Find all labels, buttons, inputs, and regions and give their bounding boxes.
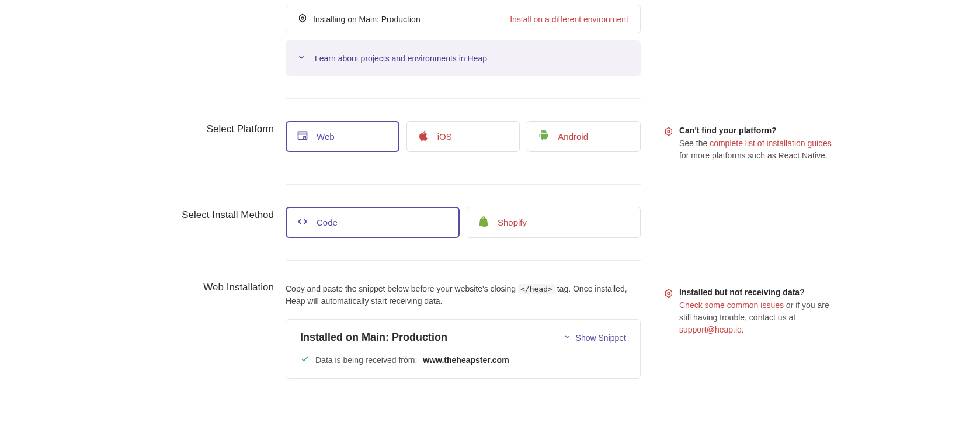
svg-point-6 xyxy=(668,130,670,133)
learn-panel-label: Learn about projects and environments in… xyxy=(315,54,487,63)
tip-end-text: . xyxy=(742,325,744,334)
svg-point-8 xyxy=(668,292,670,295)
platform-label-web: Web xyxy=(317,132,335,141)
chevron-down-icon xyxy=(564,333,571,343)
section-label-installation: Web Installation xyxy=(157,282,274,293)
platform-tile-web[interactable]: Web xyxy=(286,121,399,152)
check-icon xyxy=(300,354,310,365)
apple-icon xyxy=(418,130,429,143)
svg-point-1 xyxy=(301,17,304,19)
installation-description: Copy and paste the snippet below before … xyxy=(286,283,641,307)
method-tile-shopify[interactable]: Shopify xyxy=(467,207,641,238)
show-snippet-toggle[interactable]: Show Snippet xyxy=(564,333,626,343)
change-environment-link[interactable]: Install on a different environment xyxy=(510,15,628,24)
desc-prefix: Copy and paste the snippet below before … xyxy=(286,284,518,293)
platform-tile-android[interactable]: Android xyxy=(527,121,641,152)
learn-panel[interactable]: Learn about projects and environments in… xyxy=(286,40,641,76)
shopify-icon xyxy=(478,216,489,229)
svg-marker-7 xyxy=(666,289,672,297)
installation-tip-title: Installed but not receiving data? xyxy=(679,288,839,297)
environment-text: Installing on Main: Production xyxy=(313,15,421,24)
installation-guides-link[interactable]: complete list of installation guides xyxy=(710,139,832,148)
method-tile-code[interactable]: Code xyxy=(286,207,460,238)
section-label-method: Select Install Method xyxy=(157,209,274,221)
environment-info-bar: Installing on Main: Production Install o… xyxy=(286,5,641,33)
platform-tile-ios[interactable]: iOS xyxy=(406,121,520,152)
support-email-link[interactable]: support@heap.io xyxy=(679,325,742,334)
platform-tip-suffix: for more platforms such as React Native. xyxy=(679,151,828,160)
svg-marker-0 xyxy=(300,14,306,22)
settings-icon xyxy=(298,13,307,25)
platform-tip-title: Can't find your platform? xyxy=(679,126,839,135)
installation-tip: Installed but not receiving data? Check … xyxy=(664,283,839,336)
data-received-url: www.theheapster.com xyxy=(423,355,509,365)
show-snippet-label: Show Snippet xyxy=(576,333,626,343)
platform-label-ios: iOS xyxy=(437,132,452,141)
svg-marker-5 xyxy=(666,127,672,135)
common-issues-link[interactable]: Check some common issues xyxy=(679,300,784,310)
platform-tip-prefix: See the xyxy=(679,139,710,148)
code-icon xyxy=(297,216,308,229)
platform-label-android: Android xyxy=(558,132,588,141)
data-received-label: Data is being received from: xyxy=(315,355,417,365)
tip-icon xyxy=(664,127,673,162)
snippet-title: Installed on Main: Production xyxy=(300,331,447,344)
web-icon xyxy=(297,130,308,143)
head-tag-code: </head> xyxy=(518,284,555,294)
section-label-platform: Select Platform xyxy=(157,123,274,135)
tip-icon xyxy=(664,289,673,336)
android-icon xyxy=(538,130,550,143)
method-label-code: Code xyxy=(317,217,338,227)
platform-tip: Can't find your platform? See the comple… xyxy=(664,121,839,162)
chevron-down-icon xyxy=(297,53,305,63)
method-label-shopify: Shopify xyxy=(498,217,527,227)
snippet-box: Installed on Main: Production Show Snipp… xyxy=(286,319,641,379)
